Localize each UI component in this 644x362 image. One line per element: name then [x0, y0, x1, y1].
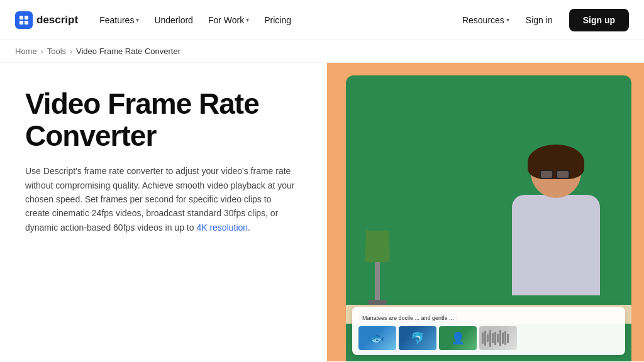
svg-rect-3 — [25, 21, 28, 25]
breadcrumb-sep-1: › — [41, 47, 43, 56]
breadcrumb-tools[interactable]: Tools — [47, 47, 66, 56]
wave-bar-10 — [504, 331, 506, 346]
wave-bar-5 — [492, 333, 494, 344]
features-chevron-icon: ▾ — [136, 16, 139, 23]
features-label: Features — [99, 15, 134, 25]
svg-rect-2 — [19, 21, 23, 25]
wave-bar-7 — [497, 334, 499, 343]
lamp-base — [375, 262, 380, 300]
hero-image: Manatees are docile ... and gentle ... 🐟… — [346, 75, 631, 361]
thumbnail-2: 🐬 — [399, 326, 436, 350]
nav-features[interactable]: Features ▾ — [93, 11, 145, 29]
wave-bar-3 — [487, 334, 489, 342]
underwater-icon: 🐬 — [399, 326, 436, 350]
breadcrumb-sep-2: › — [70, 47, 72, 56]
wave-bar-1 — [482, 332, 484, 344]
nav-pricing[interactable]: Pricing — [258, 11, 297, 29]
person-body — [512, 195, 600, 295]
for-work-label: For Work — [208, 15, 244, 25]
lamp-shade — [365, 231, 390, 262]
hero-left: Video Frame Rate Converter Use Descript'… — [0, 63, 327, 361]
manatee-icon: 🐟 — [358, 326, 396, 350]
resources-label: Resources — [462, 15, 504, 25]
logo-text: descript — [36, 14, 78, 26]
person-glasses — [540, 170, 570, 179]
person-head — [531, 148, 581, 198]
lamp-foot — [368, 300, 387, 305]
hero-desc-period: . — [248, 222, 250, 233]
wave-bar-11 — [507, 334, 509, 343]
hero-4k-link[interactable]: 4K resolution — [196, 222, 248, 233]
nav-underlord[interactable]: Underlord — [148, 11, 199, 29]
hero-title: Video Frame Rate Converter — [25, 88, 302, 151]
svg-rect-1 — [25, 16, 28, 19]
logo-icon — [15, 11, 33, 29]
nav-resources[interactable]: Resources ▾ — [462, 15, 509, 25]
navbar: descript Features ▾ Underlord For Work ▾… — [0, 0, 644, 40]
thumbnail-1: 🐟 — [358, 326, 396, 350]
breadcrumb: Home › Tools › Video Frame Rate Converte… — [0, 40, 644, 63]
hero-desc-text: Use Descript's frame rate converter to a… — [25, 166, 295, 233]
glass-right — [556, 170, 570, 179]
scene-background: Manatees are docile ... and gentle ... 🐟… — [346, 75, 631, 361]
thumbnail-strip: 🐟 🐬 👤 — [358, 326, 619, 350]
ui-overlay-panel: Manatees are docile ... and gentle ... 🐟… — [352, 307, 625, 355]
wave-bar-9 — [502, 332, 504, 344]
for-work-chevron-icon: ▾ — [246, 16, 249, 23]
wave-bar-4 — [489, 330, 491, 347]
lamp-decoration — [365, 231, 390, 305]
svg-rect-0 — [19, 16, 23, 19]
waveform-display — [479, 326, 517, 350]
sign-up-button[interactable]: Sign up — [569, 9, 629, 31]
thumbnail-3: 👤 — [439, 326, 477, 350]
pricing-label: Pricing — [264, 15, 291, 25]
breadcrumb-current: Video Frame Rate Converter — [76, 47, 180, 56]
glass-left — [540, 170, 553, 179]
hero-section: Video Frame Rate Converter Use Descript'… — [0, 63, 644, 361]
hero-description: Use Descript's frame rate converter to a… — [25, 164, 296, 234]
breadcrumb-home[interactable]: Home — [15, 47, 37, 56]
person-thumb-icon: 👤 — [439, 326, 477, 350]
nav-for-work[interactable]: For Work ▾ — [202, 11, 255, 29]
thumbnail-4 — [479, 326, 517, 350]
wave-bar-6 — [494, 332, 496, 345]
hero-right: Manatees are docile ... and gentle ... 🐟… — [327, 63, 644, 361]
underlord-label: Underlord — [154, 15, 192, 25]
person-figure — [499, 148, 613, 311]
logo[interactable]: descript — [15, 11, 78, 29]
wave-bar-8 — [499, 330, 501, 346]
sign-in-button[interactable]: Sign in — [519, 11, 559, 29]
caption-text: Manatees are docile ... and gentle ... — [358, 313, 458, 323]
wave-bar-2 — [484, 331, 486, 346]
resources-chevron-icon: ▾ — [506, 16, 509, 23]
